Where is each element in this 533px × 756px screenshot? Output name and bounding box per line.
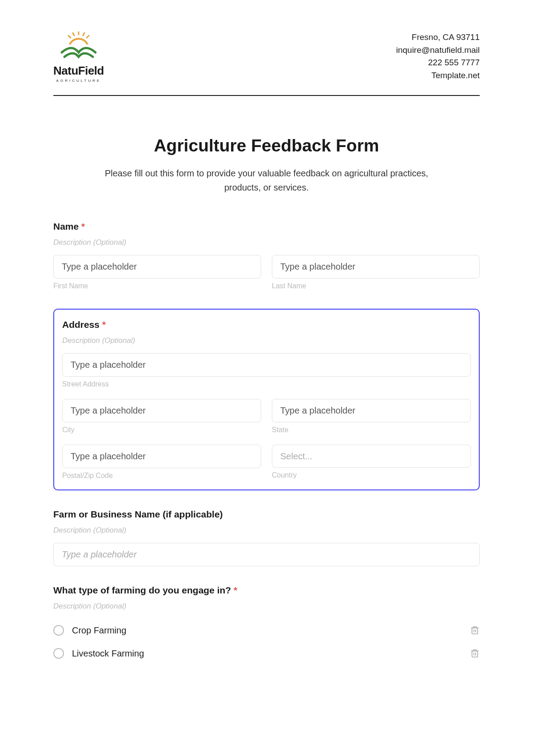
street-address-input[interactable]: [62, 353, 471, 377]
state-input[interactable]: [272, 399, 471, 422]
country-select[interactable]: Select...: [272, 445, 471, 468]
farming-type-section: What type of farming do you engage in? *…: [53, 585, 480, 665]
country-sublabel: Country: [272, 471, 471, 479]
radio-option-livestock: Livestock Farming: [53, 642, 480, 665]
svg-rect-8: [472, 651, 478, 657]
first-name-sublabel: First Name: [53, 282, 261, 290]
brand-name: NatuField: [53, 64, 104, 78]
title-section: Agriculture Feedback Form Please fill ou…: [53, 136, 480, 195]
radio-label-crop: Crop Farming: [72, 625, 126, 636]
farming-type-label: What type of farming do you engage in?: [53, 585, 231, 595]
name-section: Name * Description (Optional) First Name…: [53, 221, 480, 290]
contact-info: Fresno, CA 93711 inquire@natufield.mail …: [396, 31, 480, 82]
name-label-row: Name *: [53, 221, 480, 232]
contact-address: Fresno, CA 93711: [396, 31, 480, 44]
address-description-hint: Description (Optional): [62, 336, 471, 345]
contact-email: inquire@natufield.mail: [396, 44, 480, 57]
name-label: Name: [53, 221, 79, 231]
address-label: Address: [62, 319, 99, 330]
radio-circle-icon[interactable]: [53, 625, 64, 636]
svg-line-4: [87, 36, 89, 38]
logo-icon: [56, 31, 101, 62]
contact-template: Template.net: [396, 69, 480, 82]
address-label-row: Address *: [62, 319, 471, 330]
trash-icon[interactable]: [470, 625, 480, 636]
last-name-sublabel: Last Name: [272, 282, 480, 290]
street-sublabel: Street Address: [62, 380, 471, 388]
required-indicator: *: [81, 221, 85, 231]
state-sublabel: State: [272, 426, 471, 434]
city-input[interactable]: [62, 399, 261, 422]
city-sublabel: City: [62, 426, 261, 434]
name-description-hint: Description (Optional): [53, 238, 480, 247]
logo: NatuField AGRICULTURE: [53, 31, 104, 83]
postal-sublabel: Postal/Zip Code: [62, 472, 261, 480]
radio-option-crop: Crop Farming: [53, 619, 480, 642]
svg-line-2: [83, 33, 84, 36]
business-label: Farm or Business Name (if applicable): [53, 509, 480, 520]
radio-circle-icon[interactable]: [53, 648, 64, 659]
svg-line-3: [68, 36, 71, 38]
radio-label-livestock: Livestock Farming: [72, 649, 144, 659]
header: NatuField AGRICULTURE Fresno, CA 93711 i…: [53, 31, 480, 96]
business-name-input[interactable]: [53, 543, 480, 566]
last-name-input[interactable]: [272, 255, 480, 279]
page-subtitle: Please fill out this form to provide you…: [91, 166, 442, 195]
page-title: Agriculture Feedback Form: [53, 136, 480, 155]
svg-rect-5: [472, 628, 478, 634]
farming-type-label-row: What type of farming do you engage in? *: [53, 585, 480, 596]
contact-phone: 222 555 7777: [396, 56, 480, 69]
farming-description-hint: Description (Optional): [53, 602, 480, 611]
required-indicator: *: [234, 585, 237, 595]
business-section: Farm or Business Name (if applicable) De…: [53, 509, 480, 566]
first-name-input[interactable]: [53, 255, 261, 279]
business-description-hint: Description (Optional): [53, 526, 480, 535]
required-indicator: *: [102, 319, 106, 330]
postal-code-input[interactable]: [62, 445, 261, 468]
svg-line-1: [73, 33, 74, 36]
brand-tagline: AGRICULTURE: [56, 79, 101, 83]
trash-icon[interactable]: [470, 648, 480, 659]
address-section[interactable]: Address * Description (Optional) Street …: [53, 309, 480, 490]
